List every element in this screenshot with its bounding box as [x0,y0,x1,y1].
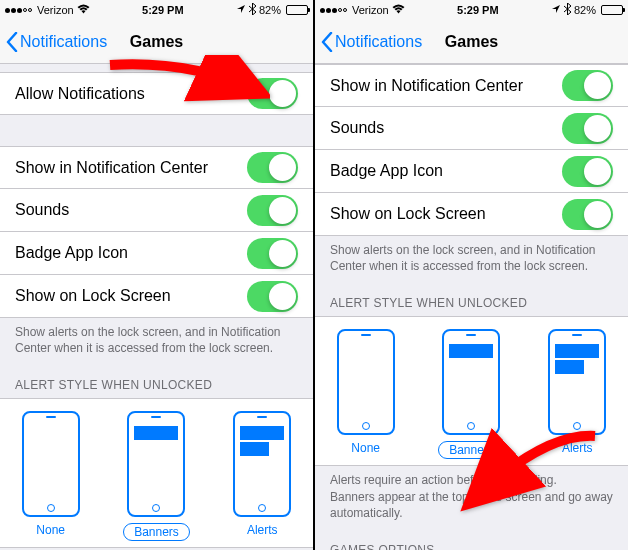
wifi-icon [77,4,90,16]
alert-option-label: Banners [438,441,505,459]
alert-style-picker: None Banners Alerts [0,398,313,548]
status-bar: Verizon 5:29 PM 82% [0,0,313,20]
row-label: Allow Notifications [15,85,145,103]
carrier-label: Verizon [37,4,74,16]
nav-bar: Notifications Games [315,20,628,64]
signal-dots-icon [5,8,32,13]
alert-option-label: None [351,441,380,455]
toggle-sounds[interactable] [562,113,613,144]
toggle-allow-notifications[interactable] [247,78,298,109]
location-icon [236,4,246,16]
row-lockscreen[interactable]: Show on Lock Screen [0,275,313,318]
alert-option-alerts[interactable]: Alerts [548,329,606,459]
row-label: Show in Notification Center [330,77,523,95]
back-label: Notifications [335,33,422,51]
alert-option-none[interactable]: None [22,411,80,541]
phone-mock-icon [337,329,395,435]
status-bar: Verizon 5:29 PM 82% [315,0,628,20]
row-show-in-nc[interactable]: Show in Notification Center [0,146,313,189]
location-icon [551,4,561,16]
carrier-label: Verizon [352,4,389,16]
row-lockscreen[interactable]: Show on Lock Screen [315,193,628,236]
battery-icon [601,5,623,15]
row-badge[interactable]: Badge App Icon [0,232,313,275]
alert-option-none[interactable]: None [337,329,395,459]
battery-icon [286,5,308,15]
toggle-sounds[interactable] [247,195,298,226]
phone-right: Verizon 5:29 PM 82% Notifications Games … [315,0,628,550]
row-label: Badge App Icon [15,244,128,262]
footer-lockscreen: Show alerts on the lock screen, and in N… [315,236,628,282]
toggle-badge[interactable] [247,238,298,269]
chevron-left-icon [321,32,333,52]
bluetooth-icon [249,3,256,17]
wifi-icon [392,4,405,16]
alert-option-alerts[interactable]: Alerts [233,411,291,541]
signal-dots-icon [320,8,347,13]
alert-option-banners[interactable]: Banners [438,329,505,459]
row-label: Sounds [15,201,69,219]
alert-option-label: Banners [123,523,190,541]
footer-alert-style: Alerts require an action before proceedi… [315,466,628,529]
row-allow-notifications[interactable]: Allow Notifications [0,72,313,115]
row-label: Show in Notification Center [15,159,208,177]
header-alert-style: ALERT STYLE WHEN UNLOCKED [0,364,313,398]
row-show-in-nc[interactable]: Show in Notification Center [315,64,628,107]
phone-left: Verizon 5:29 PM 82% Notifications Games [0,0,313,550]
alert-option-label: Alerts [562,441,593,455]
row-label: Badge App Icon [330,162,443,180]
phone-mock-icon [233,411,291,517]
row-sounds[interactable]: Sounds [0,189,313,232]
row-badge[interactable]: Badge App Icon [315,150,628,193]
nav-bar: Notifications Games [0,20,313,64]
bluetooth-icon [564,3,571,17]
phone-mock-icon [548,329,606,435]
battery-pct: 82% [259,4,281,16]
status-time: 5:29 PM [142,4,184,16]
phone-mock-icon [22,411,80,517]
header-alert-style: ALERT STYLE WHEN UNLOCKED [315,282,628,316]
toggle-show-in-nc[interactable] [247,152,298,183]
toggle-lockscreen[interactable] [562,199,613,230]
row-label: Show on Lock Screen [15,287,171,305]
back-label: Notifications [20,33,107,51]
row-sounds[interactable]: Sounds [315,107,628,150]
back-button[interactable]: Notifications [0,32,107,52]
toggle-lockscreen[interactable] [247,281,298,312]
toggle-show-in-nc[interactable] [562,70,613,101]
alert-option-label: Alerts [247,523,278,537]
header-games-options: GAMES OPTIONS [315,529,628,550]
alert-style-picker: None Banners Alerts [315,316,628,466]
row-label: Sounds [330,119,384,137]
toggle-badge[interactable] [562,156,613,187]
phone-mock-icon [442,329,500,435]
alert-option-label: None [36,523,65,537]
status-time: 5:29 PM [457,4,499,16]
battery-pct: 82% [574,4,596,16]
back-button[interactable]: Notifications [315,32,422,52]
phone-mock-icon [127,411,185,517]
footer-lockscreen: Show alerts on the lock screen, and in N… [0,318,313,364]
alert-option-banners[interactable]: Banners [123,411,190,541]
chevron-left-icon [6,32,18,52]
row-label: Show on Lock Screen [330,205,486,223]
